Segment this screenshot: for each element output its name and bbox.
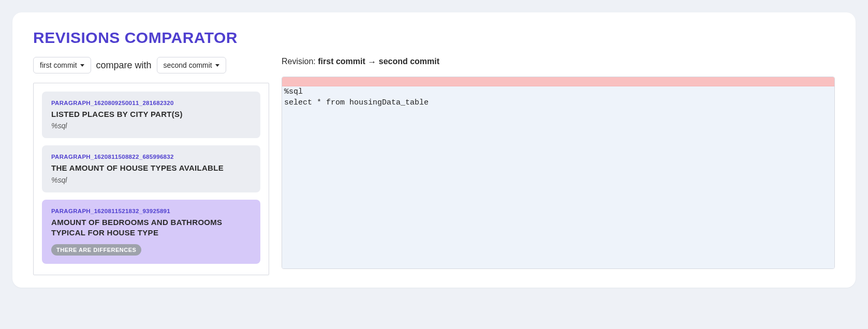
- paragraph-lang: %sql: [51, 176, 251, 184]
- diff-box: %sql select * from housingData_table: [282, 77, 835, 269]
- selectors-bar: first commit compare with second commit: [33, 57, 269, 73]
- paragraph-card[interactable]: PARAGRAPH_1620811508822_685996832 THE AM…: [42, 145, 260, 192]
- first-commit-select[interactable]: first commit: [33, 57, 91, 73]
- compare-with-label: compare with: [96, 60, 152, 71]
- revision-line: Revision: first commit → second commit: [282, 57, 835, 67]
- paragraph-id: PARAGRAPH_1620811521832_93925891: [51, 208, 251, 214]
- second-commit-value: second commit: [164, 61, 212, 69]
- paragraph-card[interactable]: PARAGRAPH_1620809250011_281682320 LISTED…: [42, 92, 260, 138]
- paragraph-id: PARAGRAPH_1620809250011_281682320: [51, 100, 251, 106]
- first-commit-value: first commit: [40, 61, 77, 69]
- chevron-down-icon: [80, 64, 84, 67]
- revision-to: second commit: [379, 57, 439, 66]
- paragraph-list: PARAGRAPH_1620809250011_281682320 LISTED…: [33, 83, 269, 275]
- revision-prefix: Revision:: [282, 57, 318, 66]
- chevron-down-icon: [215, 64, 219, 67]
- second-commit-select[interactable]: second commit: [157, 57, 226, 73]
- paragraph-title: LISTED PLACES BY CITY PART(S): [51, 109, 251, 119]
- paragraph-title: THE AMOUNT OF HOUSE TYPES AVAILABLE: [51, 163, 251, 173]
- right-column: Revision: first commit → second commit %…: [282, 57, 835, 269]
- diff-highlight-bar: [282, 77, 834, 86]
- code-view[interactable]: %sql select * from housingData_table: [282, 86, 834, 268]
- paragraph-id: PARAGRAPH_1620811508822_685996832: [51, 154, 251, 160]
- revision-from: first commit: [318, 57, 365, 66]
- paragraph-lang: %sql: [51, 122, 251, 130]
- paragraph-title: AMOUNT OF BEDROOMS AND BATHROOMS TYPICAL…: [51, 217, 251, 238]
- arrow-right-icon: →: [367, 57, 376, 67]
- paragraph-scroll[interactable]: PARAGRAPH_1620809250011_281682320 LISTED…: [42, 92, 266, 266]
- revisions-panel: REVISIONS COMPARATOR first commit compar…: [12, 12, 856, 288]
- page-title: REVISIONS COMPARATOR: [33, 29, 835, 47]
- diff-badge: THERE ARE DIFFERENCES: [51, 244, 141, 256]
- left-column: first commit compare with second commit …: [33, 57, 269, 275]
- paragraph-card[interactable]: PARAGRAPH_1620811521832_93925891 AMOUNT …: [42, 200, 260, 264]
